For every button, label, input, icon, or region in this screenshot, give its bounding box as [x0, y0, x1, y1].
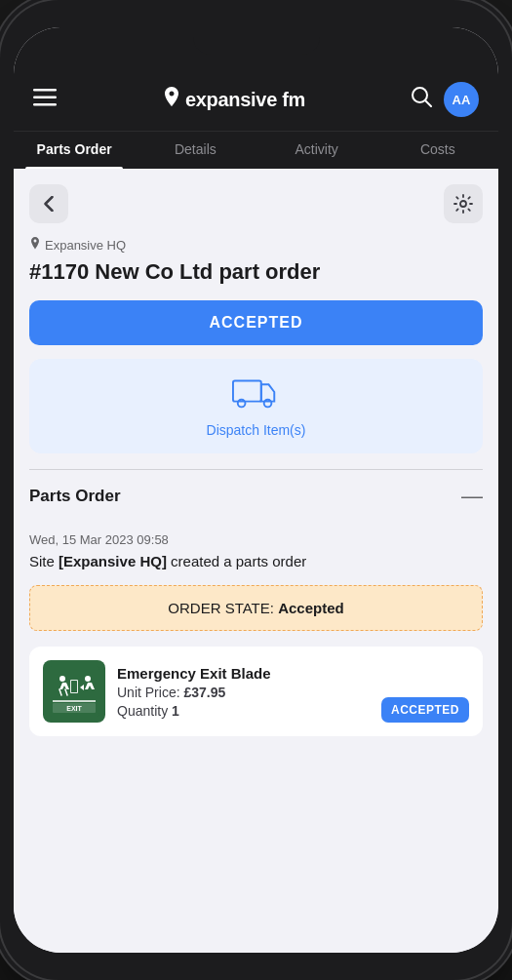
- svg-rect-1: [33, 97, 57, 99]
- header-actions: AA: [411, 82, 479, 117]
- tab-parts-order[interactable]: Parts Order: [14, 132, 135, 169]
- order-state-value: Accepted: [278, 600, 344, 616]
- main-content: Expansive HQ #1170 New Co Ltd part order…: [14, 169, 498, 953]
- part-item-price: Unit Price: £37.95: [117, 685, 370, 700]
- part-item-name: Emergency Exit Blade: [117, 665, 370, 682]
- activity-prefix: Site: [29, 553, 59, 569]
- activity-timestamp: Wed, 15 Mar 2023 09:58: [29, 532, 483, 547]
- settings-button[interactable]: [444, 184, 483, 223]
- svg-text:EXIT: EXIT: [66, 705, 82, 712]
- logo-pin-icon: [162, 87, 181, 113]
- part-item-quantity: Quantity 1: [117, 703, 370, 719]
- tab-activity[interactable]: Activity: [256, 132, 377, 169]
- accepted-button[interactable]: ACCEPTED: [29, 300, 483, 345]
- notch: [193, 27, 320, 55]
- tab-bar: Parts Order Details Activity Costs: [14, 131, 498, 169]
- menu-icon[interactable]: [33, 89, 57, 110]
- location-text: Expansive HQ: [45, 238, 126, 253]
- dispatch-label: Dispatch Item(s): [207, 422, 306, 438]
- screen: expansive fm AA Parts Order Details Acti…: [14, 27, 498, 953]
- truck-icon: [232, 374, 281, 418]
- svg-rect-11: [71, 681, 77, 692]
- svg-point-12: [85, 676, 91, 682]
- activity-suffix: created a parts order: [167, 553, 306, 569]
- order-title: #1170 New Co Ltd part order: [29, 259, 483, 285]
- svg-point-9: [59, 676, 65, 682]
- quantity-label: Quantity: [117, 703, 172, 719]
- unit-price-label: Unit Price:: [117, 685, 183, 700]
- location-row: Expansive HQ: [29, 237, 483, 254]
- unit-price-value: £37.95: [183, 685, 225, 700]
- svg-point-4: [460, 201, 466, 207]
- activity-text: Site [Expansive HQ] created a parts orde…: [29, 551, 483, 571]
- back-button[interactable]: [29, 184, 68, 223]
- order-state-label: ORDER STATE:: [168, 600, 278, 616]
- nav-row: [29, 184, 483, 223]
- app-logo: expansive fm: [162, 87, 305, 113]
- search-icon[interactable]: [411, 86, 432, 113]
- part-item-status-button[interactable]: ACCEPTED: [381, 697, 469, 723]
- parts-order-section-header: Parts Order —: [29, 469, 483, 521]
- svg-rect-0: [33, 89, 57, 92]
- svg-rect-5: [232, 381, 260, 402]
- logo-text: expansive fm: [185, 89, 305, 111]
- section-collapse-button[interactable]: —: [461, 484, 483, 509]
- svg-rect-2: [33, 103, 57, 106]
- part-item-card: EXIT Emergency Exit Blade Unit Price: £3…: [29, 647, 483, 736]
- tab-details[interactable]: Details: [135, 132, 256, 169]
- user-avatar[interactable]: AA: [444, 82, 479, 117]
- order-state-badge: ORDER STATE: Accepted: [29, 585, 483, 631]
- tab-costs[interactable]: Costs: [377, 132, 498, 169]
- dispatch-card[interactable]: Dispatch Item(s): [29, 359, 483, 453]
- part-item-details: Emergency Exit Blade Unit Price: £37.95 …: [117, 665, 370, 719]
- quantity-value: 1: [172, 703, 179, 719]
- section-title: Parts Order: [29, 487, 121, 506]
- location-icon: [29, 237, 41, 254]
- part-item-image: EXIT: [43, 660, 105, 723]
- phone-shell: expansive fm AA Parts Order Details Acti…: [0, 0, 512, 980]
- activity-bold: [Expansive HQ]: [59, 553, 167, 569]
